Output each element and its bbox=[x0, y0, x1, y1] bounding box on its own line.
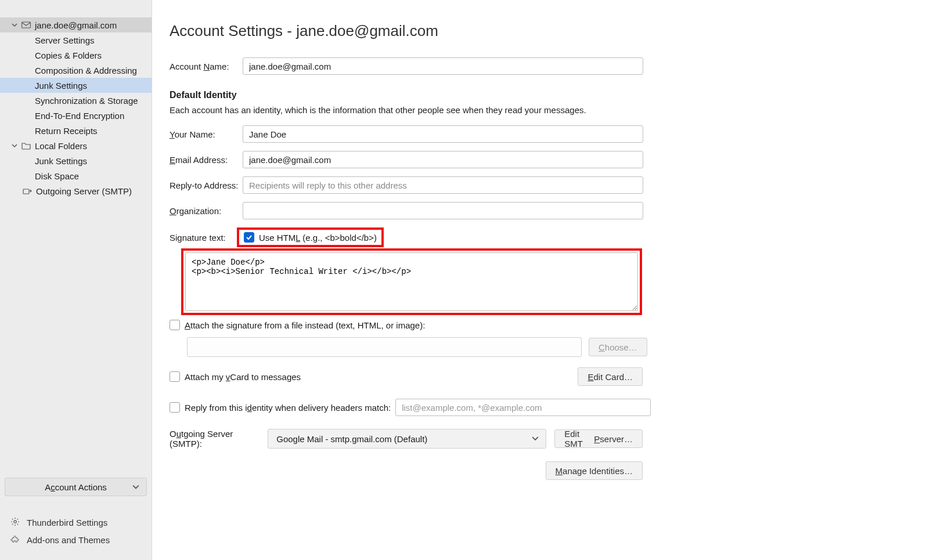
signature-label-row: Signature text: Use HTML (e.g., <b>bold<… bbox=[170, 227, 909, 247]
sidebar-item-e2e-encryption[interactable]: End-To-End Encryption bbox=[0, 108, 152, 123]
manage-identities-button[interactable]: Manage Identities… bbox=[546, 461, 643, 480]
addons-themes-label: Add-ons and Themes bbox=[27, 535, 110, 545]
organization-label: Organization: bbox=[170, 206, 243, 216]
account-tree: jane.doe@gmail.com Server Settings Copie… bbox=[0, 17, 152, 478]
addons-themes-link[interactable]: Add-ons and Themes bbox=[5, 531, 147, 548]
account-name-label: Account Name: bbox=[170, 62, 243, 71]
reply-identity-row: Reply from this identity when delivery h… bbox=[170, 399, 909, 416]
reply-identity-label: Reply from this identity when delivery h… bbox=[185, 403, 391, 413]
use-html-highlight: Use HTML (e.g., <b>bold</b>) bbox=[237, 227, 384, 247]
folder-icon bbox=[21, 140, 31, 151]
email-input[interactable] bbox=[243, 151, 643, 168]
organization-row: Organization: bbox=[170, 202, 909, 219]
attach-file-path-row: Choose… bbox=[187, 337, 909, 357]
sidebar-item-server-settings[interactable]: Server Settings bbox=[0, 32, 152, 48]
vcard-row: Attach my vCard to messages Edit Card… bbox=[170, 367, 643, 386]
your-name-row: Your Name: bbox=[170, 125, 909, 143]
smtp-select[interactable]: Google Mail - smtp.gmail.com (Default) bbox=[268, 429, 546, 449]
svg-point-2 bbox=[14, 521, 16, 523]
chevron-down-icon bbox=[10, 21, 19, 29]
your-name-label: Your Name: bbox=[170, 129, 243, 139]
choose-file-button[interactable]: Choose… bbox=[589, 338, 647, 356]
organization-input[interactable] bbox=[243, 202, 643, 219]
account-name-row: Account Name: bbox=[170, 57, 909, 75]
account-name-input[interactable] bbox=[243, 57, 643, 75]
signature-area-wrap bbox=[181, 248, 909, 315]
default-identity-sub: Each account has an identity, which is t… bbox=[170, 105, 909, 115]
reply-to-label: Reply-to Address: bbox=[170, 180, 243, 190]
reply-identity-input[interactable] bbox=[395, 399, 651, 416]
local-folders-label: Local Folders bbox=[35, 141, 87, 151]
default-identity-header: Default Identity bbox=[170, 90, 909, 100]
smtp-select-value: Google Mail - smtp.gmail.com (Default) bbox=[276, 434, 427, 444]
signature-textarea[interactable] bbox=[185, 252, 638, 311]
outgoing-server-icon bbox=[22, 186, 33, 196]
your-name-input[interactable] bbox=[243, 125, 643, 143]
email-label: Email Address: bbox=[170, 155, 243, 165]
mail-account-icon bbox=[21, 20, 31, 30]
use-html-checkbox[interactable] bbox=[244, 232, 254, 243]
attach-file-row: Attach the signature from a file instead… bbox=[170, 320, 909, 330]
account-actions-button[interactable]: Account Actions bbox=[5, 478, 147, 496]
account-actions-label: Account Actions bbox=[45, 482, 107, 492]
chevron-down-icon bbox=[132, 482, 139, 492]
attach-file-path-input[interactable] bbox=[187, 337, 582, 357]
svg-rect-1 bbox=[23, 189, 29, 194]
sidebar-item-copies-folders[interactable]: Copies & Folders bbox=[0, 48, 152, 63]
sidebar-bottom: Account Actions Thunderbird Settings Add… bbox=[0, 478, 152, 560]
thunderbird-settings-link[interactable]: Thunderbird Settings bbox=[5, 514, 147, 531]
sidebar-item-sync-storage[interactable]: Synchronization & Storage bbox=[0, 93, 152, 108]
gear-icon bbox=[10, 517, 21, 528]
chevron-down-icon bbox=[10, 142, 19, 150]
reply-identity-checkbox[interactable] bbox=[170, 402, 180, 413]
attach-file-label: Attach the signature from a file instead… bbox=[185, 320, 425, 330]
edit-card-button[interactable]: Edit Card… bbox=[578, 367, 643, 386]
outgoing-server-root[interactable]: Outgoing Server (SMTP) bbox=[0, 183, 152, 198]
smtp-row: Outgoing Server (SMTP): Google Mail - sm… bbox=[170, 429, 643, 449]
sidebar-item-return-receipts[interactable]: Return Receipts bbox=[0, 123, 152, 138]
smtp-label: Outgoing Server (SMTP): bbox=[170, 429, 259, 449]
sidebar-item-disk-space[interactable]: Disk Space bbox=[0, 168, 152, 183]
main-content: Account Settings - jane.doe@gmail.com Ac… bbox=[152, 0, 930, 560]
email-row: Email Address: bbox=[170, 151, 909, 168]
puzzle-icon bbox=[10, 534, 21, 545]
account-root-label: jane.doe@gmail.com bbox=[35, 20, 117, 30]
manage-identities-row: Manage Identities… bbox=[170, 461, 643, 480]
chevron-down-icon bbox=[532, 434, 539, 444]
signature-textarea-highlight bbox=[181, 248, 642, 315]
sidebar: jane.doe@gmail.com Server Settings Copie… bbox=[0, 0, 152, 560]
outgoing-server-label: Outgoing Server (SMTP) bbox=[36, 186, 132, 196]
reply-to-row: Reply-to Address: bbox=[170, 176, 909, 194]
account-root[interactable]: jane.doe@gmail.com bbox=[0, 17, 152, 32]
svg-rect-0 bbox=[22, 22, 31, 28]
sidebar-item-junk-settings[interactable]: Junk Settings bbox=[0, 78, 152, 93]
sidebar-item-local-junk[interactable]: Junk Settings bbox=[0, 153, 152, 168]
local-folders-root[interactable]: Local Folders bbox=[0, 138, 152, 153]
use-html-label: Use HTML (e.g., <b>bold</b>) bbox=[259, 233, 377, 243]
attach-vcard-checkbox[interactable] bbox=[170, 371, 180, 382]
sidebar-item-composition[interactable]: Composition & Addressing bbox=[0, 63, 152, 78]
signature-text-label: Signature text: bbox=[170, 233, 237, 243]
edit-smtp-button[interactable]: Edit SMTP server… bbox=[554, 429, 643, 448]
attach-vcard-label: Attach my vCard to messages bbox=[185, 372, 301, 382]
page-title: Account Settings - jane.doe@gmail.com bbox=[170, 22, 909, 40]
reply-to-input[interactable] bbox=[243, 176, 643, 194]
attach-file-checkbox[interactable] bbox=[170, 320, 180, 330]
thunderbird-settings-label: Thunderbird Settings bbox=[27, 518, 107, 528]
